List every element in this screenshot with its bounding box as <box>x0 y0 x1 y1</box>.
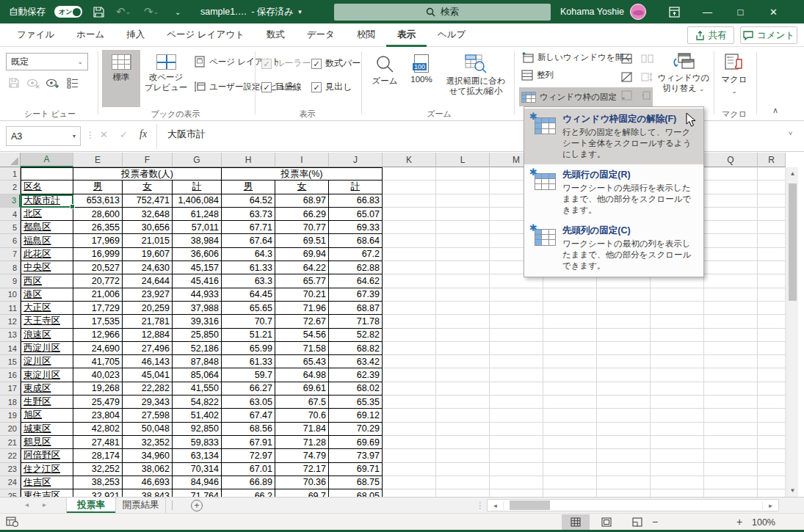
cell-H14[interactable]: 65.99 <box>222 342 275 355</box>
cell-G15[interactable]: 87,848 <box>173 355 222 368</box>
cell-F12[interactable]: 21,781 <box>123 315 173 328</box>
cell-F15[interactable]: 46,143 <box>123 355 173 368</box>
new-window-button[interactable]: 新しいウィンドウを開く <box>521 51 632 63</box>
exit-sheet-view-icon[interactable] <box>26 76 40 92</box>
cell-F13[interactable]: 12,884 <box>123 329 173 342</box>
cell-N23[interactable] <box>543 463 597 476</box>
cell-O19[interactable] <box>597 409 651 422</box>
cell-L1[interactable] <box>436 167 490 181</box>
cell-F20[interactable]: 50,048 <box>123 423 173 436</box>
cell-L17[interactable] <box>436 382 490 396</box>
cell-R25[interactable] <box>758 489 786 497</box>
ribbon-tab-ファイル[interactable]: ファイル <box>6 23 65 47</box>
cell-L23[interactable] <box>436 463 490 476</box>
cell-P24[interactable] <box>651 476 704 489</box>
cell-G7[interactable]: 36,606 <box>173 248 222 261</box>
cell-G17[interactable]: 41,550 <box>173 382 222 396</box>
cell-I20[interactable]: 71.84 <box>275 423 329 436</box>
cell-H15[interactable]: 61.33 <box>222 355 275 368</box>
cell-E23[interactable]: 32,252 <box>73 463 123 476</box>
cell-M10[interactable] <box>490 288 543 302</box>
cell-H23[interactable]: 67.01 <box>222 463 275 476</box>
cell-M22[interactable] <box>490 449 543 462</box>
cell-F10[interactable]: 23,927 <box>123 288 173 302</box>
cell-I2[interactable]: 女 <box>275 181 329 194</box>
menu-item-freeze-top-row[interactable]: ✱先頭行の固定(R)ワークシートの先頭行を表示したままで、他の部分をスクロールで… <box>524 164 703 220</box>
cell-J22[interactable]: 73.97 <box>329 449 383 462</box>
cell-I8[interactable]: 64.22 <box>275 261 329 274</box>
synchronous-scrolling-button[interactable] <box>640 70 655 84</box>
cell-K11[interactable] <box>383 302 436 315</box>
cell-H12[interactable]: 70.7 <box>222 315 275 328</box>
cell-J20[interactable]: 70.29 <box>329 423 383 436</box>
cell-G13[interactable]: 25,850 <box>173 329 222 342</box>
cell-H18[interactable]: 63.05 <box>222 396 275 409</box>
cell-Q21[interactable] <box>704 436 758 449</box>
row-header-14[interactable]: 14 <box>0 342 21 355</box>
ribbon-display-options-icon[interactable] <box>658 0 691 23</box>
normal-view-shortcut[interactable] <box>562 514 590 530</box>
cell-I18[interactable]: 67.5 <box>275 396 329 409</box>
cell-H16[interactable]: 59.7 <box>222 368 275 382</box>
cell-H9[interactable]: 63.3 <box>222 274 275 288</box>
cell-G11[interactable]: 37,988 <box>173 302 222 315</box>
cell-Q15[interactable] <box>704 355 758 368</box>
cell-O20[interactable] <box>597 423 651 436</box>
scroll-up-icon[interactable]: ▲ <box>787 167 798 180</box>
collapse-ribbon-icon[interactable]: ∧ <box>772 106 778 115</box>
cell-R11[interactable] <box>758 302 786 315</box>
cell-K13[interactable] <box>383 329 436 342</box>
row-header-8[interactable]: 8 <box>0 261 21 274</box>
cell-H11[interactable]: 65.65 <box>222 302 275 315</box>
cell-R24[interactable] <box>758 476 786 489</box>
reset-window-position-button[interactable] <box>640 88 655 103</box>
cell-E21[interactable]: 27,481 <box>73 436 123 449</box>
cell-Q10[interactable] <box>704 288 758 302</box>
insert-function-icon[interactable]: fx <box>140 128 147 140</box>
cell-Q11[interactable] <box>704 302 758 315</box>
cell-K5[interactable] <box>383 221 436 234</box>
cell-F25[interactable]: 38,843 <box>123 489 173 497</box>
row-header-20[interactable]: 20 <box>0 423 21 436</box>
cell-P12[interactable] <box>651 315 704 328</box>
cell-I4[interactable]: 66.29 <box>275 208 329 221</box>
cell-O14[interactable] <box>597 342 651 355</box>
cell-M17[interactable] <box>490 382 543 396</box>
cell-A24[interactable]: 住吉区 <box>21 476 73 489</box>
cell-H8[interactable]: 61.33 <box>222 261 275 274</box>
page-layout-shortcut[interactable] <box>593 514 620 530</box>
row-header-13[interactable]: 13 <box>0 329 21 342</box>
cell-K7[interactable] <box>383 248 436 261</box>
cell-F3[interactable]: 752,471 <box>123 194 173 208</box>
cell-E15[interactable]: 41,705 <box>73 355 123 368</box>
cell-A25[interactable]: 東住吉区 <box>21 489 73 497</box>
cell-O24[interactable] <box>597 476 651 489</box>
column-header-R[interactable]: R <box>758 153 786 167</box>
cell-P18[interactable] <box>651 396 704 409</box>
cell-O17[interactable] <box>597 382 651 396</box>
cell-G5[interactable]: 57,011 <box>173 221 222 234</box>
cell-K23[interactable] <box>383 463 436 476</box>
row-header-10[interactable]: 10 <box>0 288 21 302</box>
cell-E11[interactable]: 17,729 <box>73 302 123 315</box>
save-icon[interactable] <box>93 0 105 23</box>
cell-G20[interactable]: 92,850 <box>173 423 222 436</box>
cell-A18[interactable]: 生野区 <box>21 396 73 409</box>
cell-K6[interactable] <box>383 234 436 247</box>
row-header-22[interactable]: 22 <box>0 449 21 462</box>
cell-I7[interactable]: 69.94 <box>275 248 329 261</box>
cell-I10[interactable]: 70.21 <box>275 288 329 302</box>
cell-H4[interactable]: 63.73 <box>222 208 275 221</box>
cell-E14[interactable]: 24,690 <box>73 342 123 355</box>
cell-J24[interactable]: 68.75 <box>329 476 383 489</box>
formula-input[interactable]: 大阪市計 <box>167 128 206 141</box>
row-header-24[interactable]: 24 <box>0 476 21 489</box>
row-header-18[interactable]: 18 <box>0 396 21 409</box>
cell-F18[interactable]: 29,343 <box>123 396 173 409</box>
cell-H25[interactable]: 66.2 <box>222 489 275 497</box>
row-header-23[interactable]: 23 <box>0 463 21 476</box>
cell-O10[interactable] <box>597 288 651 302</box>
cell-A20[interactable]: 城東区 <box>21 423 73 436</box>
cell-G12[interactable]: 39,316 <box>173 315 222 328</box>
row-header-1[interactable]: 1 <box>0 167 21 181</box>
